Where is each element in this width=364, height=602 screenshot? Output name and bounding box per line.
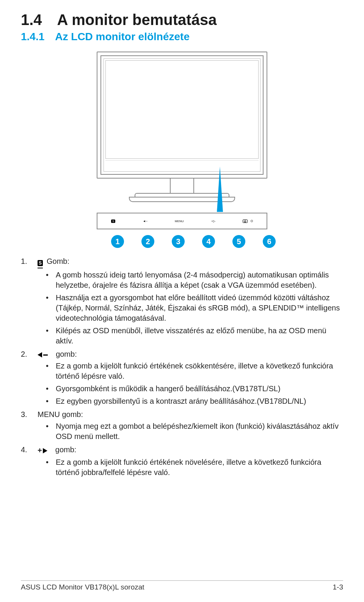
callout-pointer [217, 166, 223, 212]
splendid-button-icon: S [38, 257, 43, 268]
section-title-h2: Az LCD monitor elölnézete [55, 31, 190, 43]
item-3-label: MENU gomb: [38, 410, 83, 419]
strip-btn-minus: ◄ − [143, 219, 147, 223]
item-2-bullet-3: Ez egyben gyorsbillentyű is a kontraszt … [56, 396, 343, 406]
strip-btn-menu: MENU [175, 219, 184, 223]
page-footer: ASUS LCD Monitor VB178(x)L sorozat 1-3 [21, 580, 343, 591]
section-title-h1: A monitor bemutatása [57, 11, 217, 28]
monitor-button-strip: S ◄ − MENU + ▷ ⏻ [97, 213, 267, 229]
callout-row: 1 2 3 4 5 6 [21, 235, 343, 248]
item-1-bullet-1: A gomb hosszú ideig tartó lenyomása (2-4… [56, 270, 343, 290]
item-1-bullet-3: Kilépés az OSD menüből, illetve visszaté… [56, 326, 343, 346]
item-3-number: 3. [21, 409, 38, 420]
item-1-label: Gomb: [47, 257, 69, 265]
item-4-bullet-1: Ez a gomb a kijelölt funkció értékének n… [56, 457, 343, 478]
monitor-bottom-bar [105, 160, 259, 169]
item-1-bullet-2: Használja ezt a gyorsgombot hat előre be… [56, 293, 343, 323]
item-4-label: gomb: [55, 445, 77, 454]
item-2-number: 2. [21, 349, 38, 359]
increase-button-icon: + [38, 445, 47, 456]
footer-product: ASUS LCD Monitor VB178(x)L sorozat [21, 583, 144, 591]
decrease-button-icon [38, 352, 48, 357]
item-4-number: 4. [21, 445, 38, 456]
section-number-h2: 1.4.1 [21, 31, 44, 43]
footer-page-number: 1-3 [333, 583, 343, 591]
monitor-screen [105, 60, 259, 159]
strip-power-led [251, 220, 253, 222]
callout-5: 5 [232, 235, 245, 248]
callout-1: 1 [111, 235, 124, 248]
monitor-figure: S ◄ − MENU + ▷ ⏻ [21, 50, 343, 230]
section-number-h1: 1.4 [21, 11, 42, 28]
strip-btn-plus: + ▷ [211, 219, 215, 223]
item-2-bullet-2: Gyorsgombként is működik a hangerő beáll… [56, 384, 343, 394]
item-2-bullet-1: Ez a gomb a kijelölt funkció értékének c… [56, 361, 343, 381]
strip-btn-power: ⏻ [243, 219, 248, 223]
callout-6: 6 [263, 235, 276, 248]
monitor-neck [170, 179, 194, 194]
callout-4: 4 [202, 235, 215, 248]
callout-3: 3 [172, 235, 185, 248]
strip-btn-splendid: S [111, 219, 115, 223]
callout-2: 2 [141, 235, 154, 248]
item-2-label: gomb: [56, 350, 77, 358]
item-3-bullet-1: Nyomja meg ezt a gombot a belépéshez/kie… [56, 421, 343, 442]
item-1-number: 1. [21, 256, 38, 268]
